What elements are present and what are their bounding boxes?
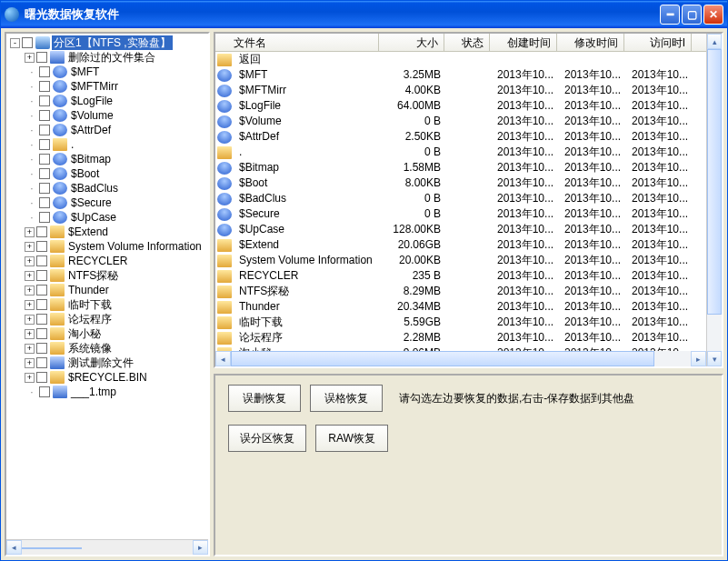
checkbox[interactable] [36,241,47,252]
col-mtime[interactable]: 修改时间 [557,34,624,51]
checkbox[interactable] [36,299,47,310]
scroll-thumb[interactable] [231,351,654,366]
list-row[interactable]: .0 B2013年10...2013年10...2013年10... [215,145,706,160]
list-row[interactable]: $Extend20.06GB2013年10...2013年10...2013年1… [215,237,706,253]
checkbox[interactable] [36,343,47,354]
recover-raw-button[interactable]: RAW恢复 [315,425,388,452]
tree-item[interactable]: -分区1【NTFS ,实验盘】 [6,35,208,50]
list-row[interactable]: $Volume0 B2013年10...2013年10...2013年10... [215,114,706,129]
expander-icon[interactable]: + [25,271,35,281]
close-button[interactable]: ✕ [703,5,723,25]
list-row[interactable]: $MFT3.25MB2013年10...2013年10...2013年10... [215,67,706,83]
expander-icon[interactable]: + [25,315,35,325]
list-vscrollbar[interactable]: ▴ ▾ [706,34,722,366]
expander-icon[interactable]: + [25,286,35,296]
list-header[interactable]: 文件名 大小 状态 创建时间 修改时间 访问时I [215,34,706,52]
list-row[interactable]: $Secure0 B2013年10...2013年10...2013年10... [215,206,706,222]
expander-icon[interactable]: + [25,300,35,310]
list-row[interactable]: Thunder20.34MB2013年10...2013年10...2013年1… [215,299,706,315]
tree-item[interactable]: ·$Volume [6,108,208,123]
titlebar[interactable]: 曙光数据恢复软件 ━ ▢ ✕ [1,1,727,28]
tree-item[interactable]: ·. [6,137,208,152]
col-ctime[interactable]: 创建时间 [490,34,557,51]
checkbox[interactable] [39,81,50,92]
expander-icon[interactable]: + [25,358,35,368]
checkbox[interactable] [39,168,50,179]
expander-icon[interactable]: + [25,53,35,63]
checkbox[interactable] [36,285,47,296]
list-row[interactable]: 论坛程序2.28MB2013年10...2013年10...2013年10... [215,330,706,346]
list-row[interactable]: $MFTMirr4.00KB2013年10...2013年10...2013年1… [215,83,706,98]
tree-item[interactable]: ·$Bitmap [6,152,208,166]
tree-item[interactable]: ·$LogFile [6,94,208,108]
checkbox[interactable] [36,372,47,383]
checkbox[interactable] [36,314,47,325]
checkbox[interactable] [39,139,50,150]
scroll-up-icon[interactable]: ▴ [707,34,722,49]
expander-icon[interactable]: - [10,38,20,48]
checkbox[interactable] [36,270,47,281]
list-row[interactable]: $BadClus0 B2013年10...2013年10...2013年10..… [215,191,706,206]
checkbox[interactable] [39,197,50,208]
checkbox[interactable] [39,212,50,223]
list-row[interactable]: $UpCase128.00KB2013年10...2013年10...2013年… [215,222,706,237]
scroll-thumb[interactable] [22,547,82,549]
recover-format-button[interactable]: 误格恢复 [310,385,383,412]
list-row[interactable]: System Volume Information20.00KB2013年10.… [215,253,706,268]
recover-deleted-button[interactable]: 误删恢复 [228,385,301,412]
col-atime[interactable]: 访问时I [624,34,692,51]
checkbox[interactable] [36,52,47,63]
checkbox[interactable] [39,66,50,77]
scroll-thumb[interactable] [707,49,722,315]
tree-item[interactable]: ·$UpCase [6,210,208,225]
tree-item[interactable]: ·$BadClus [6,181,208,195]
tree-item[interactable]: ·___1.tmp [6,385,208,399]
maximize-button[interactable]: ▢ [682,5,702,25]
col-filename[interactable]: 文件名 [215,34,379,51]
col-status[interactable]: 状态 [444,34,490,51]
tree-item[interactable]: +删除过的文件集合 [6,50,208,65]
tree-item[interactable]: ·$MFTMirr [6,79,208,94]
list-row[interactable]: NTFS探秘8.29MB2013年10...2013年10...2013年10.… [215,284,706,299]
tree-item[interactable]: +临时下载 [6,297,208,312]
checkbox[interactable] [39,386,50,397]
list-hscrollbar[interactable]: ◂ ▸ [215,351,706,366]
list-body[interactable]: 返回$MFT3.25MB2013年10...2013年10...2013年10.… [215,52,706,351]
checkbox[interactable] [36,357,47,368]
checkbox[interactable] [36,226,47,237]
tree-item[interactable]: ·$Secure [6,195,208,210]
scroll-right-icon[interactable]: ▸ [691,351,706,366]
tree-item[interactable]: +淘小秘 [6,326,208,341]
list-row[interactable]: 返回 [215,52,706,67]
tree-item[interactable]: +测试删除文件 [6,356,208,370]
expander-icon[interactable]: + [25,227,35,237]
tree-item[interactable]: ·$Boot [6,166,208,181]
scroll-track[interactable] [707,49,722,351]
checkbox[interactable] [36,255,47,266]
checkbox[interactable] [39,110,50,121]
tree-body[interactable]: -分区1【NTFS ,实验盘】+删除过的文件集合·$MFT·$MFTMirr·$… [6,34,208,539]
list-row[interactable]: $Bitmap1.58MB2013年10...2013年10...2013年10… [215,160,706,175]
scroll-left-icon[interactable]: ◂ [6,540,22,555]
tree-item[interactable]: +System Volume Information [6,239,208,254]
checkbox[interactable] [39,154,50,165]
tree-item[interactable]: +$RECYCLE.BIN [6,370,208,385]
tree-item[interactable]: +系统镜像 [6,341,208,356]
checkbox[interactable] [22,37,33,48]
checkbox[interactable] [39,183,50,194]
recover-partition-button[interactable]: 误分区恢复 [228,425,306,452]
checkbox[interactable] [39,125,50,135]
scroll-track[interactable] [231,351,691,366]
tree-item[interactable]: +$Extend [6,225,208,239]
list-row[interactable]: 临时下载5.59GB2013年10...2013年10...2013年10... [215,315,706,330]
expander-icon[interactable]: + [25,329,35,339]
tree-item[interactable]: +NTFS探秘 [6,268,208,283]
checkbox[interactable] [39,95,50,106]
tree-item[interactable]: +RECYCLER [6,254,208,268]
checkbox[interactable] [36,328,47,339]
scroll-right-icon[interactable]: ▸ [193,540,208,555]
expander-icon[interactable]: + [25,256,35,266]
tree-hscrollbar[interactable]: ◂ ▸ [6,539,208,555]
minimize-button[interactable]: ━ [660,5,680,25]
list-row[interactable]: $LogFile64.00MB2013年10...2013年10...2013年… [215,98,706,114]
